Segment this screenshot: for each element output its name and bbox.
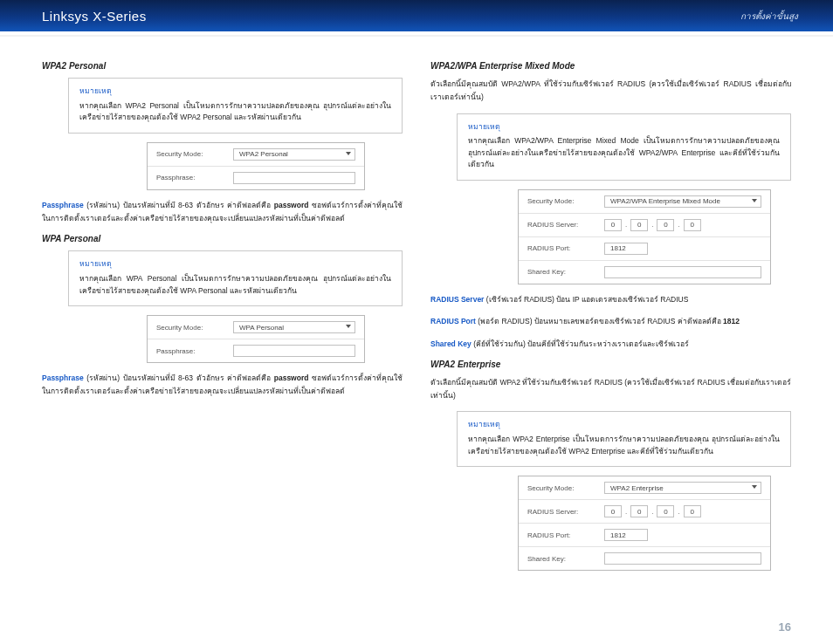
label-security-mode: Security Mode: [156,150,226,158]
term-shared-key: Shared Key [430,339,472,348]
note-label: หมายเหตุ [468,419,780,431]
chevron-down-icon [346,325,351,328]
row-passphrase: Passphrase: [148,339,364,362]
label-radius-port: RADIUS Port: [527,531,597,539]
label-passphrase: Passphrase: [156,174,226,182]
label-security-mode: Security Mode: [527,197,597,205]
default-val: password [274,201,309,209]
select-security-mode[interactable]: WPA2 Enterprise [604,482,761,494]
label-security-mode: Security Mode: [156,324,226,332]
note-text: หากคุณเลือก WPA2 Personal เป็นโหมดการรัก… [79,100,391,124]
select-value: WPA2 Personal [239,150,288,158]
row-radius-port: RADIUS Port: 1812 [519,524,770,547]
content-columns: WPA2 Personal หมายเหตุ หากคุณเลือก WPA2 … [0,52,833,579]
note-label: หมายเหตุ [79,86,391,98]
para-passphrase-2: Passphrase (รหัสผ่าน) ป้อนรหัสผ่านที่มี … [42,372,403,399]
page-header: Linksys X-Series การตั้งค่าขั้นสูง [0,0,833,31]
heading-wpa2-personal: WPA2 Personal [42,61,403,71]
ip-dot: . [625,221,627,229]
text: (พอร์ต RADIUS) ป้อนหมายเลขพอร์ตของเซิร์ฟ… [478,317,720,325]
text: (คีย์ที่ใช้ร่วมกัน) ป้อนคีย์ที่ใช้ร่วมกั… [473,339,689,348]
ip-dot: . [651,221,653,229]
note-text: หากคุณเลือก WPA2/WPA Enterprise Mixed Mo… [468,135,780,171]
select-security-mode[interactable]: WPA2 Personal [233,148,355,161]
note-label: หมายเหตุ [79,258,391,271]
label-radius-server: RADIUS Server: [527,221,597,229]
default-val: password [274,373,309,382]
select-security-mode[interactable]: WPA Personal [233,321,355,333]
select-value: WPA2 Enterprise [610,484,664,492]
para-passphrase-1: Passphrase (รหัสผ่าน) ป้อนรหัสผ่านที่มี … [42,199,403,226]
row-security-mode: Security Mode: WPA2 Enterprise [519,476,770,500]
select-value: WPA2/WPA Enterprise Mixed Mode [610,197,720,205]
input-passphrase[interactable] [233,172,355,184]
row-shared-key: Shared Key: [519,261,770,284]
doc-subtitle: การตั้งค่าขั้นสูง [740,10,798,23]
row-radius-port: RADIUS Port: 1812 [519,237,770,261]
row-security-mode: Security Mode: WPA2/WPA Enterprise Mixed… [519,190,770,214]
text: (รหัสผ่าน) ป้อนรหัสผ่านที่มี 8-63 ตัวอัก… [86,201,271,209]
para-radius-port: RADIUS Port (พอร์ต RADIUS) ป้อนหมายเลขพอ… [430,315,791,328]
ip-octet[interactable]: 0 [657,219,674,231]
panel-wpa2-ent: Security Mode: WPA2 Enterprise RADIUS Se… [518,476,771,571]
ip-dot: . [678,508,679,516]
right-column: WPA2/WPA Enterprise Mixed Mode ตัวเลือกน… [430,52,791,579]
ip-dot: . [678,221,679,229]
ip-octet[interactable]: 0 [684,219,701,231]
select-security-mode[interactable]: WPA2/WPA Enterprise Mixed Mode [604,195,761,208]
page-number: 16 [779,620,791,634]
chevron-down-icon [346,152,351,155]
label-security-mode: Security Mode: [527,484,597,492]
term-passphrase: Passphrase [42,373,84,382]
ip-octet[interactable]: 0 [657,505,674,517]
label-shared-key: Shared Key: [527,268,597,276]
chevron-down-icon [752,199,757,202]
doc-title: Linksys X-Series [42,9,147,24]
input-shared-key[interactable] [604,552,761,565]
text: (เซิร์ฟเวอร์ RADIUS) ป้อน IP แอดเดรสของเ… [486,295,689,304]
label-shared-key: Shared Key: [527,555,597,563]
label-radius-port: RADIUS Port: [527,244,597,252]
row-shared-key: Shared Key: [519,547,770,570]
panel-wpa2-personal: Security Mode: WPA2 Personal Passphrase: [147,142,365,190]
ip-octet[interactable]: 0 [604,505,622,517]
note-mixed: หมายเหตุ หากคุณเลือก WPA2/WPA Enterprise… [457,113,791,181]
ip-dot: . [651,508,653,516]
panel-mixed: Security Mode: WPA2/WPA Enterprise Mixed… [518,189,771,284]
term-radius-port: RADIUS Port [430,317,476,325]
heading-wpa2-enterprise: WPA2 Enterprise [430,360,791,369]
default-val: 1812 [723,317,740,325]
note-wpa-personal: หมายเหตุ หากคุณเลือก WPA Personal เป็นโห… [68,250,403,306]
note-wpa2-personal: หมายเหตุ หากคุณเลือก WPA2 Personal เป็นโ… [68,78,403,134]
header-rule [0,35,833,37]
term-radius-server: RADIUS Server [430,295,484,304]
note-text: หากคุณเลือก WPA2 Enterprise เป็นโหมดการร… [468,434,780,457]
ip-input-group: 0. 0. 0. 0 [604,219,701,231]
ip-dot: . [625,508,627,516]
para-radius-server: RADIUS Server (เซิร์ฟเวอร์ RADIUS) ป้อน … [430,293,791,306]
label-radius-server: RADIUS Server: [527,508,597,516]
note-label: หมายเหตุ [468,121,780,134]
input-passphrase[interactable] [233,345,355,357]
input-radius-port[interactable]: 1812 [604,529,648,541]
heading-wpa-personal: WPA Personal [42,234,403,243]
ip-octet[interactable]: 0 [604,219,622,231]
row-security-mode: Security Mode: WPA Personal [148,316,364,339]
term-passphrase: Passphrase [42,201,84,209]
intro-wpa2-ent: ตัวเลือกนี้มีคุณสมบัติ WPA2 ที่ใช้ร่วมกั… [430,376,791,403]
label-passphrase: Passphrase: [156,347,226,355]
select-value: WPA Personal [239,324,284,332]
row-security-mode: Security Mode: WPA2 Personal [148,143,364,167]
heading-mixed: WPA2/WPA Enterprise Mixed Mode [430,61,791,71]
row-radius-server: RADIUS Server: 0. 0. 0. 0 [519,500,770,524]
input-radius-port[interactable]: 1812 [604,243,648,255]
chevron-down-icon [752,485,757,489]
intro-mixed: ตัวเลือกนี้มีคุณสมบัติ WPA2/WPA ที่ใช้ร่… [430,78,791,105]
ip-octet[interactable]: 0 [630,505,648,517]
input-shared-key[interactable] [604,266,761,278]
ip-octet[interactable]: 0 [684,505,701,517]
ip-octet[interactable]: 0 [630,219,648,231]
ip-input-group: 0. 0. 0. 0 [604,505,701,517]
panel-wpa-personal: Security Mode: WPA Personal Passphrase: [147,315,365,363]
note-wpa2-ent: หมายเหตุ หากคุณเลือก WPA2 Enterprise เป็… [457,411,791,467]
